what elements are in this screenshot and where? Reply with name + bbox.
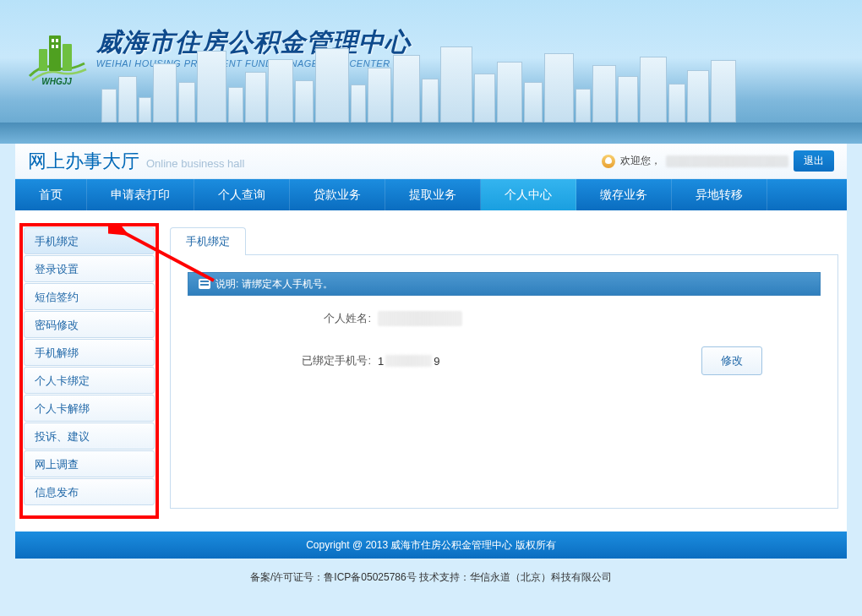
- header-banner: WHGJJ 威海市住房公积金管理中心 WEIHAI HOUSING PROVID…: [0, 0, 862, 144]
- skyline-buildings: [101, 46, 862, 123]
- water-reflection: [0, 123, 862, 144]
- phone-suffix: 9: [434, 355, 439, 368]
- content-area: 手机绑定 登录设置 短信签约 密码修改 手机解绑 个人卡绑定 个人卡解绑 投诉、…: [15, 210, 847, 532]
- sidebar-item-card-unbind[interactable]: 个人卡解绑: [24, 395, 155, 422]
- page-title-bar: 网上办事大厅 Online business hall 欢迎您， 退出: [15, 144, 847, 179]
- main-container: 网上办事大厅 Online business hall 欢迎您， 退出 首页 申…: [15, 144, 847, 559]
- modify-button[interactable]: 修改: [701, 346, 762, 375]
- sidebar-item-survey[interactable]: 网上调查: [24, 450, 155, 477]
- nav-transfer[interactable]: 异地转移: [672, 179, 767, 210]
- sidebar-item-login-settings[interactable]: 登录设置: [24, 255, 155, 282]
- svg-rect-4: [56, 39, 58, 42]
- footer-record-info: 备案/许可证号：鲁ICP备05025786号 技术支持：华信永道（北京）科技有限…: [0, 559, 862, 597]
- nav-bar: 首页 申请表打印 个人查询 贷款业务 提取业务 个人中心 缴存业务 异地转移: [15, 179, 847, 210]
- sidebar-item-password[interactable]: 密码修改: [24, 311, 155, 338]
- nav-home[interactable]: 首页: [15, 179, 87, 210]
- svg-rect-5: [52, 45, 54, 48]
- svg-rect-6: [56, 45, 58, 48]
- sidebar: 手机绑定 登录设置 短信签约 密码修改 手机解绑 个人卡绑定 个人卡解绑 投诉、…: [24, 227, 155, 515]
- phone-middle-redacted: [385, 355, 432, 367]
- nav-personal-center[interactable]: 个人中心: [481, 179, 576, 210]
- nav-withdraw[interactable]: 提取业务: [385, 179, 481, 210]
- user-icon: [602, 155, 615, 168]
- phone-prefix: 1: [378, 355, 384, 368]
- sidebar-item-card-bind[interactable]: 个人卡绑定: [24, 367, 155, 394]
- nav-deposit[interactable]: 缴存业务: [576, 179, 672, 210]
- panel-body: 说明: 请绑定本人手机号。 个人姓名: 已绑定手机号: 1 9: [170, 255, 838, 509]
- svg-text:WHGJJ: WHGJJ: [41, 77, 72, 84]
- svg-rect-0: [49, 35, 61, 71]
- form-area: 个人姓名: 已绑定手机号: 1 9 修改: [188, 296, 821, 411]
- page-title-en: Online business hall: [146, 157, 244, 170]
- sidebar-item-phone-unbind[interactable]: 手机解绑: [24, 339, 155, 366]
- svg-rect-3: [52, 39, 54, 42]
- form-row-phone: 已绑定手机号: 1 9 修改: [188, 346, 821, 375]
- logout-button[interactable]: 退出: [794, 150, 834, 172]
- svg-rect-2: [39, 49, 47, 71]
- info-icon: [199, 279, 210, 289]
- main-panel: 手机绑定 说明: 请绑定本人手机号。 个人姓名: 已绑定手机号: 1: [170, 227, 838, 515]
- phone-label: 已绑定手机号:: [188, 353, 378, 368]
- sidebar-item-info-publish[interactable]: 信息发布: [24, 478, 155, 505]
- footer-copyright: Copyright @ 2013 威海市住房公积金管理中心 版权所有: [15, 532, 847, 559]
- svg-rect-1: [63, 44, 72, 71]
- nav-loan[interactable]: 贷款业务: [290, 179, 385, 210]
- page-title-cn: 网上办事大厅: [28, 149, 139, 174]
- tab-header: 手机绑定: [170, 227, 838, 255]
- sidebar-item-phone-bind[interactable]: 手机绑定: [24, 227, 155, 254]
- nav-print[interactable]: 申请表打印: [87, 179, 194, 210]
- tab-phone-bind[interactable]: 手机绑定: [170, 227, 246, 255]
- phone-value: 1 9: [378, 355, 439, 368]
- info-text: 说明: 请绑定本人手机号。: [216, 272, 333, 296]
- name-label: 个人姓名:: [188, 311, 378, 326]
- sidebar-item-sms-sign[interactable]: 短信签约: [24, 283, 155, 310]
- name-value-redacted: [378, 311, 462, 326]
- info-bar: 说明: 请绑定本人手机号。: [188, 272, 821, 296]
- welcome-text: 欢迎您，: [620, 154, 661, 168]
- nav-query[interactable]: 个人查询: [194, 179, 290, 210]
- form-row-name: 个人姓名:: [188, 311, 821, 326]
- logo-icon: WHGJJ: [25, 25, 89, 84]
- user-name-redacted: [666, 155, 788, 167]
- sidebar-item-complaint[interactable]: 投诉、建议: [24, 422, 155, 450]
